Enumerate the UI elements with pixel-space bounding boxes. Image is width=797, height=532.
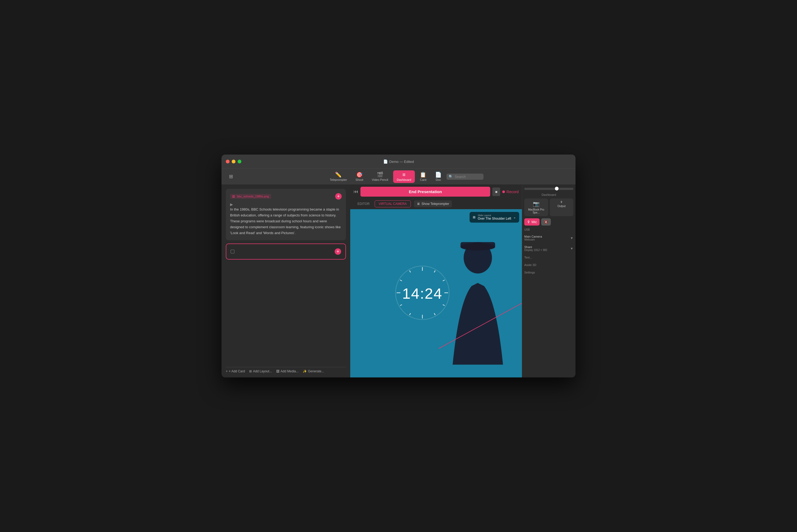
svg-line-8 <box>410 313 411 315</box>
script-card-1: 🖼 bbc_schools_1980s.png + ▶ In the 1980s… <box>226 189 346 240</box>
record-button[interactable]: Record <box>502 190 519 194</box>
share-row: Share Display 1812 × 982 ▼ <box>524 244 573 253</box>
end-presentation-button[interactable]: End Presentation <box>360 187 490 197</box>
virtual-camera-tab[interactable]: VIRTUAL CAMERA <box>375 201 411 207</box>
shoot-icon: 🎯 <box>356 172 363 177</box>
add-card-label: + Add Card <box>229 369 245 373</box>
chevron-down-icon: ⌄ <box>513 215 516 219</box>
title-bar: 📄 Demo — Edited <box>221 155 576 169</box>
main-camera-sub-label: Webcam <box>524 238 542 241</box>
mic-section: 🎙 Mic 🔇 <box>524 218 573 226</box>
teleprompter-toolbar-item[interactable]: ✏️ Teleprompter <box>326 170 351 183</box>
traffic-lights <box>226 160 241 164</box>
main-camera-label: MacBook Pro Spe... <box>525 208 547 214</box>
toolbar: ⊞ ✏️ Teleprompter 🎯 Shoot 🎬 Video Pencil… <box>221 169 576 185</box>
search-box[interactable]: 🔍 <box>447 174 484 180</box>
script-editor-panel: 🖼 bbc_schools_1980s.png + ▶ In the 1980s… <box>221 185 350 377</box>
svg-line-12 <box>410 270 411 272</box>
editor-tab[interactable]: EDITOR <box>354 201 374 207</box>
toolbar-items: ✏️ Teleprompter 🎯 Shoot 🎬 Video Pencil ≡… <box>239 170 570 183</box>
video-pencil-toolbar-item[interactable]: 🎬 Video Pencil <box>368 170 392 183</box>
add-media-button[interactable]: 🖼 Add Media... <box>276 369 298 373</box>
output-icon: 🎙 <box>560 201 563 204</box>
share-dropdown-arrow[interactable]: ▼ <box>570 247 573 250</box>
main-area: 🖼 bbc_schools_1980s.png + ▶ In the 1980s… <box>221 185 576 377</box>
slide-layout-bar: ⊞ Slide Layout Over The Shoulder Left ⌄ <box>470 212 519 223</box>
add-layout-icon: ⊞ <box>249 369 252 373</box>
empty-card[interactable]: + <box>226 244 346 260</box>
share-sub-label: Display 1812 × 982 <box>524 249 547 251</box>
stop-button[interactable]: ■ <box>492 188 500 196</box>
dashboard-toolbar-item[interactable]: ≡ Dashboard <box>393 170 415 183</box>
presentation-view: ⊞ Slide Layout Over The Shoulder Left ⌄ <box>350 209 522 377</box>
share-name-label: Share <box>524 245 547 249</box>
maximize-button[interactable] <box>238 160 241 164</box>
video-pencil-label: Video Pencil <box>372 178 388 182</box>
generate-button[interactable]: ✨ Generate... <box>303 369 324 373</box>
slide-layout-button[interactable]: ⊞ Slide Layout Over The Shoulder Left ⌄ <box>470 212 519 223</box>
doc-label: Doc <box>436 178 441 182</box>
slide-layout-prefix: Slide Layout <box>477 214 491 217</box>
mic-button[interactable]: 🎙 Mic <box>524 218 540 226</box>
share-info: Share Display 1812 × 982 <box>524 245 547 251</box>
camera-icon: 📷 <box>533 201 540 207</box>
doc-toolbar-icon: 📄 <box>435 172 442 177</box>
settings-row[interactable]: Settings <box>524 270 573 275</box>
shoot-label: Shoot <box>356 178 363 182</box>
card-toolbar-item[interactable]: 📋 Card <box>416 170 430 183</box>
empty-card-add-button[interactable]: + <box>335 248 341 255</box>
monitor-icon: 🖥 <box>417 202 420 206</box>
usb-label: USB <box>524 228 573 232</box>
previous-slide-button[interactable]: ⏮ <box>354 189 358 194</box>
bottom-toolbar: + + Add Card ⊞ Add Layout... 🖼 Add Media… <box>226 367 346 373</box>
teleprompter-label: Teleprompter <box>330 178 347 182</box>
mic-label: Mic <box>531 220 537 224</box>
svg-line-9 <box>400 305 402 306</box>
video-pencil-icon: 🎬 <box>377 172 383 177</box>
generate-label: Generate... <box>308 369 324 373</box>
mode-tabs: EDITOR VIRTUAL CAMERA 🖥 Show Teleprompte… <box>350 199 522 209</box>
shoot-toolbar-item[interactable]: 🎯 Shoot <box>352 170 367 183</box>
minimize-button[interactable] <box>232 160 235 164</box>
dashboard-section-label: Dashboard <box>524 193 573 196</box>
output-button[interactable]: 🎙 Output <box>550 198 574 216</box>
image-filename: bbc_schools_1980s.png <box>237 195 269 198</box>
camera-dropdown-arrow[interactable]: ▼ <box>570 236 573 240</box>
search-input[interactable] <box>455 175 482 179</box>
text-row[interactable]: Text... <box>524 255 573 260</box>
add-card-button[interactable]: + + Add Card <box>226 369 245 373</box>
virtual-camera-label: VIRTUAL CAMERA <box>379 202 407 206</box>
add-media-label: Add Media... <box>280 369 298 373</box>
image-icon: 🖼 <box>232 195 235 198</box>
sidebar-toggle-button[interactable]: ⊞ <box>227 172 235 180</box>
expand-arrow-icon[interactable]: ▶ <box>230 202 342 207</box>
add-layout-label: Add Layout... <box>253 369 272 373</box>
empty-card-checkbox[interactable] <box>231 250 234 253</box>
show-teleprompter-button[interactable]: 🖥 Show Teleprompter <box>414 201 452 207</box>
aside-3d-row[interactable]: Aside 3D <box>524 262 573 268</box>
right-panel: Dashboard 📷 MacBook Pro Spe... 🎙 Output … <box>522 185 576 377</box>
svg-line-11 <box>400 280 402 281</box>
card-label: Card <box>420 178 427 182</box>
image-tag: 🖼 bbc_schools_1980s.png <box>230 194 271 199</box>
teleprompter-icon: ✏️ <box>335 172 342 177</box>
card-add-button[interactable]: + <box>335 193 342 200</box>
add-card-icon: + <box>226 369 228 373</box>
volume-slider[interactable] <box>524 188 573 190</box>
record-dot-icon <box>502 190 505 193</box>
main-camera-name-label: Main Camera <box>524 235 542 238</box>
presentation-panel: ⏮ End Presentation ■ Record EDITOR VIRTU… <box>350 185 522 377</box>
camera-section: 📷 MacBook Pro Spe... 🎙 Output <box>524 198 573 216</box>
slider-thumb <box>555 187 559 190</box>
main-camera-button[interactable]: 📷 MacBook Pro Spe... <box>524 198 548 216</box>
add-layout-button[interactable]: ⊞ Add Layout... <box>249 369 272 373</box>
mic-mute-button[interactable]: 🔇 <box>541 218 551 226</box>
add-media-icon: 🖼 <box>276 369 279 373</box>
dashboard-icon: ≡ <box>402 172 406 177</box>
layout-label: Slide Layout Over The Shoulder Left <box>477 214 511 221</box>
window-title: Demo — Edited <box>390 160 414 164</box>
close-button[interactable] <box>226 160 230 164</box>
show-teleprompter-label: Show Teleprompter <box>421 202 449 206</box>
doc-toolbar-item[interactable]: 📄 Doc <box>431 170 446 183</box>
output-label: Output <box>558 205 565 208</box>
